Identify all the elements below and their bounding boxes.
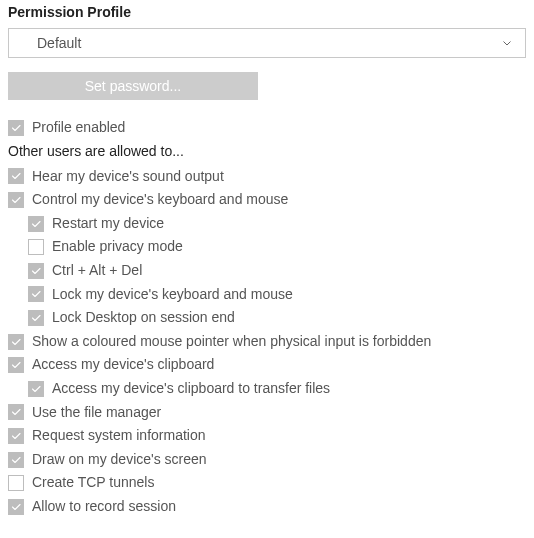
- checkbox-record-session[interactable]: [8, 499, 24, 515]
- checkbox-coloured-pointer[interactable]: [8, 334, 24, 350]
- label-lock-desktop: Lock Desktop on session end: [52, 308, 235, 328]
- row-ctrl-alt-del: Ctrl + Alt + Del: [8, 259, 526, 283]
- row-clipboard-files: Access my device's clipboard to transfer…: [8, 377, 526, 401]
- checkbox-tcp-tunnels[interactable]: [8, 475, 24, 491]
- label-system-info: Request system information: [32, 426, 206, 446]
- checkbox-clipboard-files[interactable]: [28, 381, 44, 397]
- row-privacy: Enable privacy mode: [8, 235, 526, 259]
- checkbox-ctrl-alt-del[interactable]: [28, 263, 44, 279]
- row-clipboard: Access my device's clipboard: [8, 353, 526, 377]
- checkbox-restart[interactable]: [28, 216, 44, 232]
- checkbox-clipboard[interactable]: [8, 357, 24, 373]
- label-draw-screen: Draw on my device's screen: [32, 450, 207, 470]
- chevron-down-icon: [501, 37, 513, 49]
- checkbox-profile-enabled[interactable]: [8, 120, 24, 136]
- label-clipboard: Access my device's clipboard: [32, 355, 214, 375]
- row-profile-enabled: Profile enabled: [8, 116, 526, 140]
- row-record-session: Allow to record session: [8, 495, 526, 519]
- row-tcp-tunnels: Create TCP tunnels: [8, 471, 526, 495]
- label-record-session: Allow to record session: [32, 497, 176, 517]
- row-coloured-pointer: Show a coloured mouse pointer when physi…: [8, 330, 526, 354]
- label-hear-sound: Hear my device's sound output: [32, 167, 224, 187]
- label-privacy: Enable privacy mode: [52, 237, 183, 257]
- profile-selected-value: Default: [37, 35, 81, 51]
- set-password-button[interactable]: Set password...: [8, 72, 258, 100]
- label-tcp-tunnels: Create TCP tunnels: [32, 473, 154, 493]
- checkbox-lock-desktop[interactable]: [28, 310, 44, 326]
- label-file-manager: Use the file manager: [32, 403, 161, 423]
- label-clipboard-files: Access my device's clipboard to transfer…: [52, 379, 330, 399]
- profile-select[interactable]: Default: [8, 28, 526, 58]
- row-system-info: Request system information: [8, 424, 526, 448]
- label-coloured-pointer: Show a coloured mouse pointer when physi…: [32, 332, 431, 352]
- label-lock-kbm: Lock my device's keyboard and mouse: [52, 285, 293, 305]
- checkbox-system-info[interactable]: [8, 428, 24, 444]
- row-hear-sound: Hear my device's sound output: [8, 165, 526, 189]
- row-draw-screen: Draw on my device's screen: [8, 448, 526, 472]
- checkbox-lock-kbm[interactable]: [28, 286, 44, 302]
- row-control-kbm: Control my device's keyboard and mouse: [8, 188, 526, 212]
- label-restart: Restart my device: [52, 214, 164, 234]
- row-lock-kbm: Lock my device's keyboard and mouse: [8, 283, 526, 307]
- label-control-kbm: Control my device's keyboard and mouse: [32, 190, 288, 210]
- section-heading: Permission Profile: [8, 4, 526, 20]
- checkbox-control-kbm[interactable]: [8, 192, 24, 208]
- checkbox-file-manager[interactable]: [8, 404, 24, 420]
- checkbox-privacy[interactable]: [28, 239, 44, 255]
- label-profile-enabled: Profile enabled: [32, 118, 125, 138]
- label-ctrl-alt-del: Ctrl + Alt + Del: [52, 261, 142, 281]
- row-file-manager: Use the file manager: [8, 401, 526, 425]
- checkbox-draw-screen[interactable]: [8, 452, 24, 468]
- row-lock-desktop: Lock Desktop on session end: [8, 306, 526, 330]
- checkbox-hear-sound[interactable]: [8, 168, 24, 184]
- row-restart: Restart my device: [8, 212, 526, 236]
- subheading: Other users are allowed to...: [8, 140, 526, 165]
